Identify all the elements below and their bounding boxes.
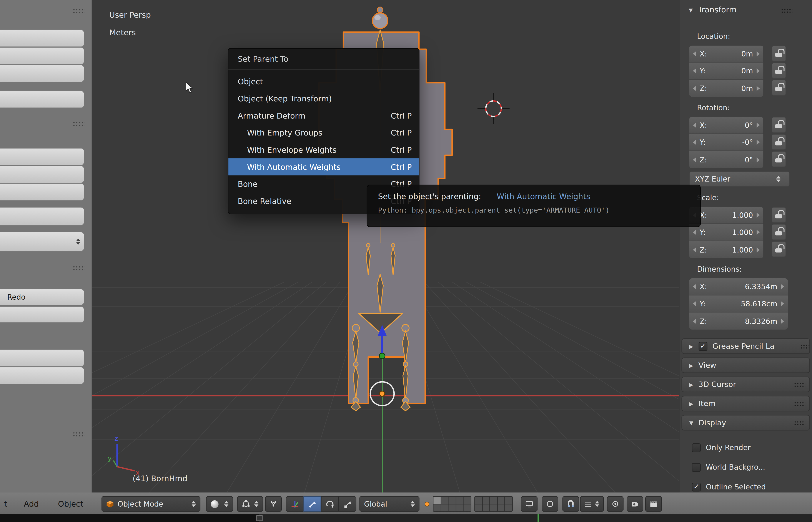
pivot-point-dropdown[interactable]: [237, 496, 263, 511]
snap-target-button[interactable]: [607, 496, 623, 511]
render-animation-button[interactable]: [645, 496, 662, 511]
scale-y-field[interactable]: Y:1.000: [689, 224, 763, 241]
layers-block-2[interactable]: [475, 496, 513, 511]
dimensions-y-field[interactable]: Y:58.618cm: [689, 296, 788, 313]
dropdown-arrows-icon: [192, 501, 196, 507]
dropdown-arrows-icon: [595, 501, 599, 507]
menu-item-with-automatic-weights[interactable]: With Automatic Weights Ctrl P: [228, 158, 419, 176]
redo-label: Redo: [7, 293, 25, 301]
lock-icon[interactable]: [772, 134, 786, 150]
manipulate-center-points-toggle[interactable]: [265, 496, 282, 511]
collapse-arrow-icon: ▶: [689, 401, 693, 406]
panel-grip-icon[interactable]: [73, 265, 85, 271]
dimensions-z-field[interactable]: Z:8.3326m: [689, 313, 788, 329]
menu-add[interactable]: Add: [24, 493, 39, 515]
world-background-checkbox[interactable]: [692, 463, 701, 471]
snap-toggle-button[interactable]: [562, 496, 579, 511]
menu-item-armature-deform[interactable]: Armature Deform Ctrl P: [228, 107, 419, 124]
lock-icon[interactable]: [772, 117, 786, 133]
shelf-stepper[interactable]: [0, 232, 84, 252]
snap-element-dropdown[interactable]: [580, 496, 604, 511]
panel-grip-icon[interactable]: [794, 421, 805, 426]
shelf-button[interactable]: [0, 91, 84, 108]
menu-item-object[interactable]: Object: [228, 73, 419, 90]
3d-cursor[interactable]: [478, 93, 510, 124]
collapse-arrow-icon[interactable]: ▼: [689, 7, 693, 13]
render-still-button[interactable]: [626, 496, 643, 511]
rotation-y-field[interactable]: Y:-0°: [689, 134, 763, 151]
rotation-mode-dropdown[interactable]: XYZ Euler: [689, 171, 790, 187]
translate-manipulator-button[interactable]: [304, 496, 321, 511]
proportional-circle-icon: [546, 500, 554, 508]
location-y-field[interactable]: Y:0m: [689, 62, 763, 80]
menu-object[interactable]: Object: [58, 493, 83, 515]
proportional-edit-button[interactable]: [542, 496, 558, 511]
mode-selector-dropdown[interactable]: Object Mode: [101, 496, 200, 511]
shelf-button[interactable]: [0, 306, 84, 323]
panel-grip-icon[interactable]: [781, 8, 792, 14]
stepper-arrows-icon[interactable]: [76, 238, 80, 245]
panel-grease-pencil[interactable]: ▶ Grease Pencil La: [682, 338, 810, 354]
lock-icon[interactable]: [772, 46, 786, 62]
menu-item-with-empty-groups[interactable]: With Empty Groups Ctrl P: [228, 124, 419, 141]
viewport-shading-dropdown[interactable]: [206, 496, 233, 511]
panel-3d-cursor[interactable]: ▶ 3D Cursor: [682, 377, 810, 392]
panel-view[interactable]: ▶ View: [682, 357, 810, 373]
lock-icon[interactable]: [772, 151, 786, 167]
panel-grip-icon[interactable]: [794, 382, 805, 387]
only-render-option[interactable]: Only Render: [692, 441, 751, 454]
world-background-option[interactable]: World Backgro...: [692, 461, 765, 474]
panel-grip-icon[interactable]: [73, 431, 85, 437]
shelf-button[interactable]: [0, 183, 84, 201]
shelf-button[interactable]: [0, 207, 84, 226]
rotation-x-field[interactable]: X:0°: [689, 117, 763, 134]
lock-icon[interactable]: [772, 62, 786, 79]
panel-item[interactable]: ▶ Item: [682, 396, 810, 411]
lock-icon[interactable]: [772, 80, 786, 96]
collapse-arrow-icon: ▶: [689, 382, 693, 387]
rotation-z-field[interactable]: Z:0°: [689, 151, 763, 168]
lock-icon[interactable]: [772, 207, 786, 223]
scale-z-field[interactable]: Z:1.000: [689, 241, 763, 258]
editor-corner-widget[interactable]: [256, 515, 263, 521]
shelf-button[interactable]: [0, 367, 84, 384]
layers-block-1[interactable]: [433, 496, 471, 511]
dimensions-x-field[interactable]: X:6.3354m: [689, 278, 788, 296]
dropdown-arrows-icon: [254, 501, 258, 507]
lock-icon[interactable]: [772, 224, 786, 240]
panel-grip-icon[interactable]: [73, 8, 85, 14]
transform-orientation-dropdown[interactable]: Global: [360, 496, 420, 511]
menu-item-with-envelope-weights[interactable]: With Envelope Weights Ctrl P: [228, 141, 419, 158]
outline-selected-option[interactable]: Outline Selected: [692, 481, 766, 493]
shelf-button[interactable]: [0, 47, 84, 65]
rotation-fields: X:0° Y:-0° Z:0°: [689, 117, 763, 168]
shelf-button[interactable]: [0, 148, 84, 165]
menu-item-object-keep-transform[interactable]: Object (Keep Transform): [228, 90, 419, 107]
location-x-field[interactable]: X:0m: [689, 46, 763, 63]
panel-grip-icon[interactable]: [794, 401, 805, 407]
shelf-button[interactable]: [0, 65, 84, 82]
lock-icon[interactable]: [772, 241, 786, 257]
shelf-button[interactable]: [0, 165, 84, 183]
collapse-arrow-icon: ▶: [689, 362, 693, 368]
mouse-cursor: [186, 82, 195, 94]
tooltip-python: Python: bpy.ops.object.parent_set(type='…: [378, 206, 689, 214]
grease-pencil-checkbox[interactable]: [699, 342, 708, 351]
manipulator-axes-button[interactable]: [286, 496, 304, 511]
mini-axis-gizmo: z x y: [101, 434, 143, 477]
scale-manipulator-button[interactable]: [339, 496, 356, 511]
menu-select-partial[interactable]: t: [4, 493, 7, 515]
shelf-button[interactable]: [0, 29, 84, 47]
outline-selected-checkbox[interactable]: [692, 482, 701, 491]
only-render-checkbox[interactable]: [692, 443, 701, 452]
panel-grip-icon[interactable]: [73, 121, 85, 127]
redo-button[interactable]: Redo: [0, 289, 84, 305]
shelf-button[interactable]: [0, 349, 84, 367]
scene-lock-button[interactable]: [521, 496, 538, 511]
panel-display[interactable]: ▼ Display: [682, 415, 810, 430]
dropdown-arrows-icon: [224, 501, 228, 507]
rotate-manipulator-button[interactable]: [321, 496, 339, 511]
location-z-field[interactable]: Z:0m: [689, 80, 763, 97]
pivot-icon: [242, 500, 250, 508]
panel-grip-icon[interactable]: [800, 344, 810, 349]
